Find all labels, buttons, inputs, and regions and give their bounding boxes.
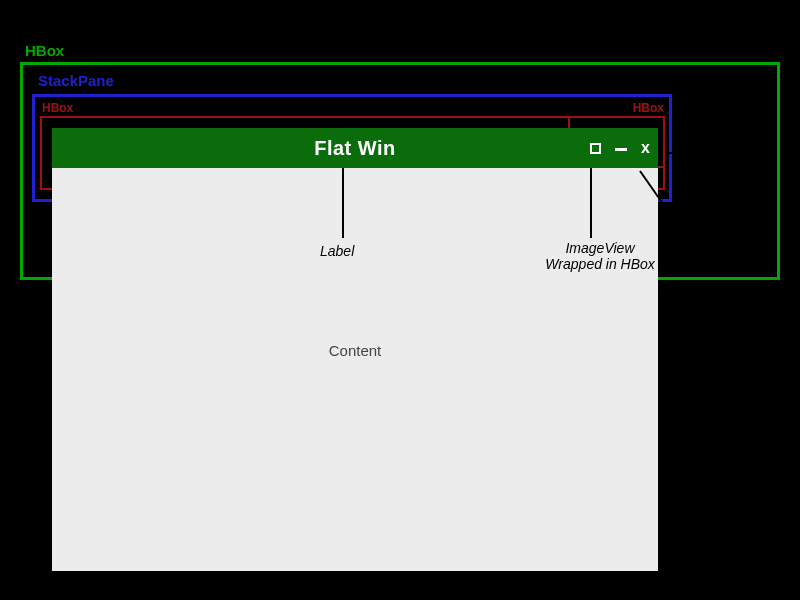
hbox-outer-label: HBox (25, 42, 64, 59)
callout-imageview-text: ImageView Wrapped in HBox (530, 240, 670, 272)
hbox-inner1-label: HBox (42, 101, 73, 115)
minimize-icon[interactable] (615, 145, 627, 151)
maximize-icon[interactable] (590, 143, 601, 154)
hbox-inner2-label: HBox (633, 101, 664, 115)
callout-label-text: Label (320, 243, 354, 259)
close-icon[interactable]: x (641, 139, 650, 157)
callout-imageview-line2: Wrapped in HBox (545, 256, 655, 272)
window-panel: Flat Win x Content (52, 128, 658, 571)
stackpane-label: StackPane (38, 72, 114, 89)
callout-line-imageview (590, 168, 592, 238)
callout-line-label (342, 168, 344, 238)
content-text: Content (329, 341, 382, 358)
callout-line-right1 (668, 152, 708, 154)
window-controls: x (590, 128, 650, 168)
window-title: Flat Win (314, 137, 396, 160)
titlebar: Flat Win x (52, 128, 658, 168)
callout-imageview-line1: ImageView (565, 240, 634, 256)
